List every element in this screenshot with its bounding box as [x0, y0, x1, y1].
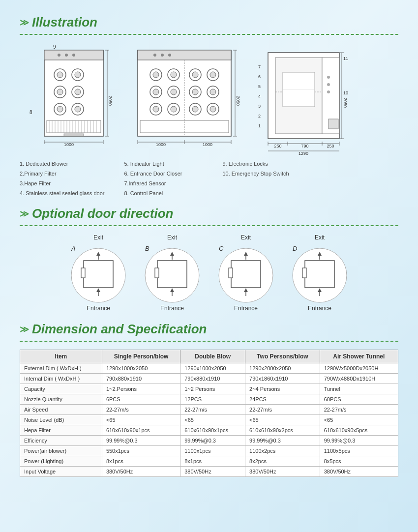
- spec-col-two: Two Persons/blow: [245, 350, 320, 363]
- illustration-diagrams: 9 8: [20, 43, 398, 156]
- spec-cell-10-0: Input Voltage: [20, 467, 102, 477]
- legend-area: 1. Dedicated Blower 2.Primary Filter 3.H…: [20, 161, 398, 196]
- door-diagrams-container: Exit A Entrance Exit B: [20, 234, 398, 312]
- svg-text:11: 11: [343, 56, 348, 61]
- spec-row-1: Internal Dim ( WxDxH )790x880x1910790x88…: [20, 374, 398, 384]
- door-chevron-icon: ≫: [20, 208, 29, 219]
- spec-cell-6-0: Hepa Filter: [20, 425, 102, 436]
- spec-chevron-icon: ≫: [20, 324, 29, 335]
- svg-text:250: 250: [274, 144, 281, 148]
- spec-cell-0-1: 1290x1000x2050: [102, 363, 180, 374]
- spec-section: ≫ Dimension and Specification Item Singl…: [20, 322, 398, 477]
- svg-text:5: 5: [258, 84, 261, 89]
- spec-header: ≫ Dimension and Specification: [20, 322, 398, 337]
- svg-text:4: 4: [258, 94, 261, 99]
- spec-cell-1-1: 790x880x1910: [102, 374, 180, 384]
- svg-point-103: [327, 90, 330, 93]
- spec-cell-8-0: Power(air blower): [20, 446, 102, 456]
- svg-point-65: [192, 72, 198, 78]
- svg-point-53: [153, 72, 159, 78]
- spec-cell-3-1: 6PCS: [102, 394, 180, 405]
- door-a-exit-label: Exit: [93, 234, 103, 241]
- spec-cell-6-2: 610x610x90x1pcs: [180, 425, 245, 436]
- door-option-d: Exit D Entrance: [288, 234, 352, 312]
- spec-row-9: Power (Lighting)8x1pcs8x1pcs8x2pcs8x5pcs: [20, 456, 398, 467]
- illustration-divider: [20, 34, 398, 35]
- spec-cell-2-1: 1~2.Persons: [102, 384, 180, 394]
- spec-cell-4-4: 22-27m/s: [320, 405, 398, 415]
- spec-cell-7-0: Efficiency: [20, 436, 102, 446]
- spec-col-item: Item: [20, 350, 102, 363]
- spec-cell-0-2: 1290x1000x2050: [180, 363, 245, 374]
- spec-col-single: Single Person/blow: [102, 350, 180, 363]
- spec-cell-0-4: 1290Wx5000Dx2050H: [320, 363, 398, 374]
- svg-point-102: [327, 83, 330, 86]
- svg-text:3: 3: [258, 104, 261, 109]
- svg-point-16: [57, 106, 63, 112]
- door-d-svg: D: [288, 241, 352, 305]
- spec-cell-9-2: 8x1pcs: [180, 456, 245, 467]
- svg-text:2050: 2050: [108, 96, 113, 106]
- svg-text:10: 10: [343, 90, 348, 95]
- diagram-topview-svg: 11 7 6 5 4 3 2 1 10: [256, 43, 364, 156]
- spec-cell-2-2: 1~2 Persons: [180, 384, 245, 394]
- svg-point-67: [210, 72, 216, 78]
- spec-cell-8-1: 550x1pcs: [102, 446, 180, 456]
- svg-text:A: A: [71, 245, 76, 252]
- svg-text:8: 8: [30, 110, 32, 115]
- svg-rect-148: [305, 261, 334, 288]
- svg-point-6: [72, 54, 75, 57]
- diagram-double: 2050 1000 1000 2000: [128, 43, 241, 146]
- spec-cell-3-3: 24PCS: [245, 394, 320, 405]
- door-b-svg: B: [140, 241, 204, 305]
- spec-cell-10-3: 380V/50Hz: [245, 467, 320, 477]
- spec-cell-5-3: <65: [245, 415, 320, 425]
- spec-cell-10-4: 380V/50Hz: [320, 467, 398, 477]
- spec-table: Item Single Person/blow Double Blow Two …: [20, 350, 398, 477]
- svg-text:790: 790: [301, 144, 308, 148]
- svg-point-69: [192, 89, 198, 95]
- spec-cell-9-3: 8x2pcs: [245, 456, 320, 467]
- spec-cell-2-3: 2~4 Persons: [245, 384, 320, 394]
- svg-point-73: [192, 106, 198, 112]
- svg-text:1000: 1000: [64, 142, 74, 146]
- spec-row-3: Nozzle Quantity6PCS12PCS24PCS60PCS: [20, 394, 398, 405]
- spec-cell-9-4: 8x5pcs: [320, 456, 398, 467]
- spec-divider: [20, 341, 398, 342]
- svg-text:9: 9: [53, 44, 56, 50]
- spec-cell-9-0: Power (Lighting): [20, 456, 102, 467]
- spec-cell-3-2: 12PCS: [180, 394, 245, 405]
- spec-cell-6-1: 610x610x90x1pcs: [102, 425, 180, 436]
- diagram-single: 9 8: [20, 43, 113, 146]
- door-a-entrance-label: Entrance: [87, 305, 110, 312]
- door-section: ≫ Optional door direction Exit A E: [20, 206, 398, 312]
- legend-10: 10. Emergency Stop Switch: [222, 171, 301, 177]
- door-d-exit-label: Exit: [315, 234, 325, 241]
- spec-cell-1-0: Internal Dim ( WxDxH ): [20, 374, 102, 384]
- svg-point-18: [75, 106, 81, 112]
- spec-cell-1-4: 790Wx4880Dx1910H: [320, 374, 398, 384]
- svg-point-59: [171, 89, 177, 95]
- svg-point-71: [210, 89, 216, 95]
- spec-cell-7-4: 99.99%@0.3: [320, 436, 398, 446]
- svg-rect-2: [44, 50, 103, 136]
- spec-row-2: Capacity1~2.Persons1~2 Persons2~4 Person…: [20, 384, 398, 394]
- door-b-entrance-label: Entrance: [160, 305, 184, 312]
- svg-point-50: [168, 54, 171, 57]
- door-b-exit-label: Exit: [167, 234, 177, 241]
- legend-1: 1. Dedicated Blower: [20, 161, 104, 167]
- spec-row-7: Efficiency99.99%@0.399.99%@0.399.99%@0.3…: [20, 436, 398, 446]
- door-option-a: Exit A Entrance: [66, 234, 130, 312]
- svg-point-55: [171, 72, 177, 78]
- svg-rect-141: [229, 268, 233, 278]
- spec-cell-7-1: 99.99%@0.3: [102, 436, 180, 446]
- svg-point-4: [58, 54, 60, 57]
- spec-table-header-row: Item Single Person/blow Double Blow Two …: [20, 350, 398, 363]
- diagram-topview: 11 7 6 5 4 3 2 1 10: [256, 43, 364, 156]
- spec-cell-0-3: 1290x2000x2050: [245, 363, 320, 374]
- illustration-section: ≫ Illustration 9 8: [20, 15, 398, 196]
- spec-cell-7-2: 99.99%@0.3: [180, 436, 245, 446]
- legend-col-1: 1. Dedicated Blower 2.Primary Filter 3.H…: [20, 161, 104, 196]
- spec-cell-4-2: 22-27m/s: [180, 405, 245, 415]
- svg-point-57: [153, 89, 159, 95]
